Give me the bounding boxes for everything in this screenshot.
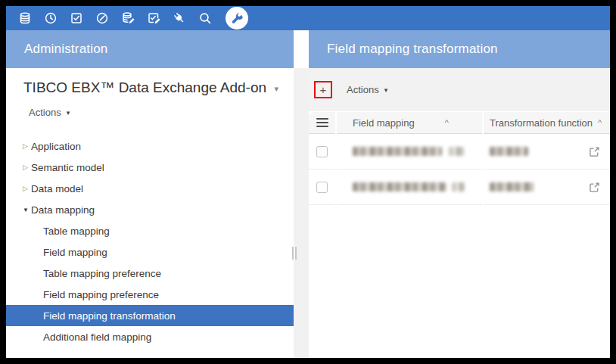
- admin-wrench-icon[interactable]: [226, 7, 248, 30]
- admin-tree: ▷ Application ▷ Semantic model ▷ Data mo…: [6, 135, 294, 347]
- app-window: Administration Field mapping transformat…: [0, 0, 616, 364]
- tree-item-data-mapping[interactable]: ▼ Data mapping: [6, 199, 294, 220]
- history-clock-icon[interactable]: [44, 11, 58, 25]
- content-panel: + Actions ▾ Field mapping ^ Transf: [309, 68, 610, 358]
- page-title: Field mapping transformation: [327, 42, 498, 57]
- plug-icon[interactable]: [173, 11, 186, 25]
- left-actions-label: Actions: [29, 107, 61, 118]
- redacted-field-mapping-text: [353, 182, 465, 191]
- table-menu-icon[interactable]: [316, 118, 328, 127]
- column-header-transformation-function[interactable]: Transformation function ^: [484, 112, 610, 134]
- tree-item-table-mapping[interactable]: Table mapping: [6, 220, 294, 241]
- perspective-circle-icon[interactable]: [95, 11, 109, 25]
- column-label: Transformation function: [490, 117, 593, 129]
- tree-item-semantic-model[interactable]: ▷ Semantic model: [6, 157, 294, 178]
- column-label: Field mapping: [353, 117, 415, 129]
- tree-item-label: Table mapping: [43, 226, 110, 237]
- title-dropdown-caret-icon[interactable]: ▾: [274, 82, 278, 94]
- add-record-button[interactable]: +: [314, 81, 332, 98]
- redacted-field-mapping-text: [353, 147, 464, 156]
- panel-headers: Administration Field mapping transformat…: [6, 30, 610, 68]
- tree-item-label: Data mapping: [31, 204, 95, 216]
- row-checkbox[interactable]: [316, 146, 328, 157]
- left-panel-title: Administration: [24, 42, 108, 57]
- sort-asc-icon[interactable]: ^: [598, 119, 602, 126]
- tree-item-application[interactable]: ▷ Application: [6, 135, 294, 157]
- sort-asc-icon[interactable]: ^: [445, 119, 449, 126]
- tree-item-label: Data model: [31, 183, 83, 194]
- addon-title: TIBCO EBX™ Data Exchange Add-on: [23, 79, 266, 96]
- content-toolbar: + Actions ▾: [309, 68, 610, 111]
- right-actions-button[interactable]: Actions ▾: [347, 84, 387, 95]
- table-row[interactable]: [309, 170, 610, 205]
- external-link-icon[interactable]: [589, 146, 600, 157]
- records-table: Field mapping ^ Transformation function …: [309, 112, 610, 205]
- panel-divider: [294, 68, 309, 358]
- tree-item-label: Field mapping transformation: [43, 310, 176, 322]
- table-row[interactable]: [309, 134, 610, 170]
- tree-item-label: Semantic model: [31, 162, 104, 173]
- tree-item-data-model[interactable]: ▷ Data model: [6, 178, 294, 199]
- tree-item-label: Application: [31, 141, 81, 152]
- tree-item-label: Table mapping preference: [43, 268, 161, 279]
- navigation-panel: TIBCO EBX™ Data Exchange Add-on ▾ Action…: [6, 68, 294, 358]
- task-edit-icon[interactable]: [147, 11, 160, 25]
- right-panel-header: Field mapping transformation: [309, 30, 610, 68]
- column-header-field-mapping[interactable]: Field mapping ^: [337, 112, 482, 134]
- right-actions-label: Actions: [347, 84, 379, 95]
- tree-item-additional-field-mapping[interactable]: Additional field mapping: [6, 326, 294, 347]
- task-check-icon[interactable]: [70, 11, 83, 25]
- database-edit-icon[interactable]: [121, 11, 135, 25]
- database-icon[interactable]: [18, 11, 32, 25]
- table-menu-cell: [309, 112, 335, 134]
- top-toolbar: [6, 6, 610, 30]
- caret-right-icon[interactable]: ▷: [23, 163, 28, 171]
- tree-item-table-mapping-preference[interactable]: Table mapping preference: [6, 263, 294, 284]
- caret-right-icon[interactable]: ▷: [23, 185, 28, 192]
- caret-right-icon[interactable]: ▷: [23, 142, 28, 150]
- left-actions-button[interactable]: Actions ▾: [29, 107, 70, 118]
- caret-down-icon: ▾: [67, 109, 70, 117]
- redacted-transformation-text: [490, 182, 534, 191]
- caret-down-icon[interactable]: ▼: [23, 207, 28, 213]
- tree-item-field-mapping-preference[interactable]: Field mapping preference: [6, 284, 294, 305]
- tree-item-label: Additional field mapping: [43, 331, 151, 343]
- row-checkbox[interactable]: [316, 182, 328, 193]
- tree-item-label: Field mapping: [43, 247, 107, 258]
- tree-item-field-mapping-transformation[interactable]: Field mapping transformation: [6, 305, 294, 326]
- redacted-transformation-text: [490, 147, 528, 156]
- tree-item-label: Field mapping preference: [43, 289, 159, 300]
- external-link-icon[interactable]: [589, 182, 600, 193]
- panel-header-gap: [294, 30, 309, 68]
- table-header-row: Field mapping ^ Transformation function …: [309, 112, 610, 134]
- tree-item-field-mapping[interactable]: Field mapping: [6, 241, 294, 263]
- left-panel-scrollbar-thumb[interactable]: [292, 247, 297, 260]
- left-panel-header: Administration: [6, 30, 294, 68]
- search-icon[interactable]: [198, 11, 212, 25]
- caret-down-icon: ▾: [384, 86, 388, 94]
